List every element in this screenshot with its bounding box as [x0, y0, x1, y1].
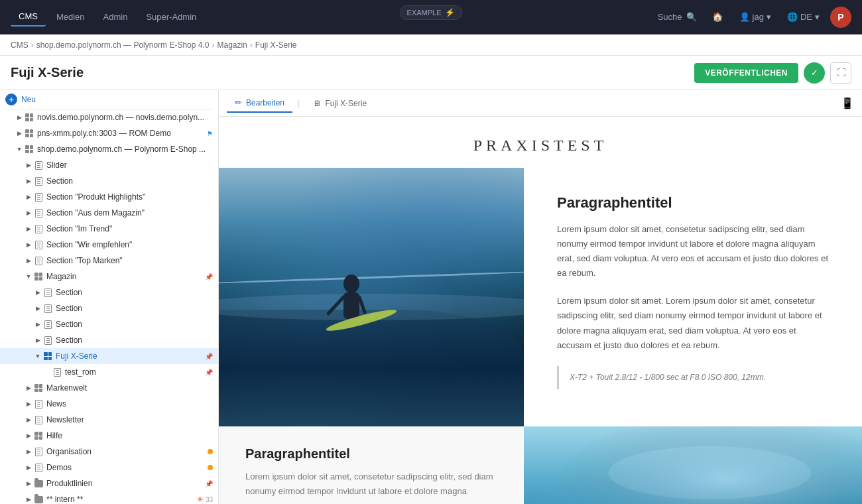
pin-icon-test-rom: 📌 [205, 369, 213, 376]
section1-label: Section [46, 176, 213, 186]
multi-icon-magazin [33, 271, 44, 282]
check-button[interactable]: ✓ [804, 62, 825, 84]
doc-icon-test-rom [52, 367, 62, 377]
home-button[interactable]: 🏠 [708, 7, 729, 28]
nav-tab-super-admin[interactable]: Super-Admin [138, 8, 204, 26]
expand-arrow-section-a: ▶ [33, 288, 42, 297]
sidebar-item-organisation[interactable]: ▶ Organisation [0, 444, 218, 460]
nav-tab-cms[interactable]: CMS [11, 7, 46, 27]
preview-main-title: PRAXISTEST [219, 117, 862, 168]
sidebar-item-magazin-section[interactable]: ▶ Section "Aus dem Magazin" [0, 205, 218, 221]
sidebar-item-magazin[interactable]: ▼ Magazin 📌 [0, 269, 218, 284]
sidebar-item-novis[interactable]: ▶ novis.demo.polynorm.ch — novis.demo.po… [0, 109, 218, 125]
section-a-label: Section [56, 288, 213, 297]
expand-arrow-shop: ▼ [15, 145, 24, 154]
flag-icon: ⚑ [207, 130, 213, 137]
example-label: EXAMPLE [407, 9, 442, 17]
avatar[interactable]: P [830, 7, 851, 28]
expand-arrow-section-b: ▶ [33, 304, 42, 313]
preview-section-1: Paragraphentitel Lorem ipsum dolor sit a… [219, 168, 862, 426]
site-icon-novis [24, 112, 34, 123]
sidebar-item-top-marken[interactable]: ▶ Section "Top Marken" [0, 253, 218, 269]
breadcrumb: CMS › shop.demo.polynorm.ch — Polynorm E… [0, 34, 862, 56]
intern-badge: 👁 33 [197, 496, 213, 503]
content-area: ✏ Bearbeiten | 🖥 Fuji X-Serie 📱 PRAXISTE… [219, 90, 862, 504]
expand-icon: ⛶ [837, 68, 845, 78]
nav-right-actions: Suche 🔍 🏠 👤 jag ▾ 🌐 DE ▾ P [652, 7, 851, 28]
doc-icon-newsletter [33, 414, 44, 425]
sidebar-item-pns[interactable]: ▶ pns-xmm.poly.ch:3003 — ROM Demo ⚑ [0, 125, 218, 141]
wir-label: Section "Wir empfehlen" [46, 240, 213, 249]
svg-point-7 [609, 446, 812, 499]
section-d-label: Section [56, 336, 213, 345]
doc-icon-demos [33, 462, 44, 473]
breadcrumb-sep-3: › [250, 40, 253, 50]
search-button[interactable]: Suche 🔍 [652, 9, 702, 25]
breadcrumb-shop[interactable]: shop.demo.polynorm.ch — Polynorm E-Shop … [36, 40, 210, 50]
sidebar-item-demos[interactable]: ▶ Demos [0, 460, 218, 475]
sidebar-item-slider[interactable]: ▶ Slider [0, 157, 218, 173]
preview-section-2: Paragraphentitel Lorem ipsum dolor sit a… [219, 426, 862, 504]
breadcrumb-magazin[interactable]: Magazin [217, 40, 247, 50]
edit-tab-label: Bearbeiten [246, 98, 284, 107]
magazin-badge: 📌 [205, 273, 213, 281]
svg-rect-2 [343, 292, 359, 319]
user-menu[interactable]: 👤 jag ▾ [734, 9, 776, 25]
mobile-icon: 📱 [841, 97, 854, 109]
sidebar-item-section1[interactable]: ▶ Section [0, 173, 218, 189]
sidebar-item-trend[interactable]: ▶ Section "Im Trend" [0, 221, 218, 237]
expand-arrow-news: ▶ [24, 399, 33, 409]
example-badge: EXAMPLE ⚡ [400, 5, 463, 20]
search-icon: 🔍 [686, 12, 697, 22]
test-rom-label: test_rom [65, 367, 205, 377]
sidebar-item-section-b[interactable]: ▶ Section [0, 300, 218, 316]
expand-arrow-produkt: ▶ [24, 192, 33, 202]
sidebar-item-section-c[interactable]: ▶ Section [0, 316, 218, 332]
multi-icon-hilfe [33, 430, 44, 441]
sidebar-item-section-d[interactable]: ▶ Section [0, 332, 218, 348]
expand-arrow-hilfe: ▶ [24, 431, 33, 440]
publish-button[interactable]: VERÖFFENTLICHEN [694, 63, 798, 83]
section-icon-d [42, 335, 53, 346]
magazin-label: Magazin [46, 272, 205, 281]
section-icon-a [42, 287, 53, 298]
warning-dot-demos [208, 465, 213, 470]
sidebar-item-test-rom[interactable]: ▶ test_rom 📌 [0, 364, 218, 380]
breadcrumb-cms[interactable]: CMS [11, 40, 29, 50]
tab-bearbeiten[interactable]: ✏ Bearbeiten [227, 94, 292, 113]
section-icon-magazin [33, 208, 44, 218]
lang-label: DE [800, 12, 812, 22]
pns-label: pns-xmm.poly.ch:3003 — ROM Demo [37, 129, 207, 138]
intern-label: ** intern ** [46, 495, 197, 504]
sidebar-item-markenwelt[interactable]: ▶ Markenwelt [0, 380, 218, 396]
nav-tab-medien[interactable]: Medien [48, 8, 93, 26]
expand-arrow-section1: ▶ [24, 176, 33, 186]
sidebar-item-produktlinien[interactable]: ▶ Produktlinien 📌 [0, 475, 218, 491]
expand-button[interactable]: ⛶ [830, 62, 851, 84]
mobile-view-button[interactable]: 📱 [841, 97, 854, 109]
folder-icon-produktlinien [33, 478, 44, 489]
lang-chevron-icon: ▾ [815, 12, 820, 22]
sidebar-item-news[interactable]: ▶ News [0, 396, 218, 412]
site-icon-shop [24, 144, 34, 155]
nav-tab-admin[interactable]: Admin [95, 8, 136, 26]
language-menu[interactable]: 🌐 DE ▾ [782, 9, 825, 25]
user-label: jag [753, 12, 764, 22]
new-button[interactable]: + Neu [0, 90, 218, 109]
new-label: Neu [21, 95, 36, 104]
section-icon-slider [33, 160, 44, 170]
expand-arrow-intern: ▶ [24, 495, 33, 504]
tab-preview[interactable]: 🖥 Fuji X-Serie [305, 95, 375, 112]
demos-badge [208, 465, 213, 470]
sidebar-item-fuji[interactable]: ▼ Fuji X-Serie 📌 [0, 348, 218, 364]
sidebar-item-hilfe[interactable]: ▶ Hilfe [0, 428, 218, 444]
sidebar-item-produkt[interactable]: ▶ Section "Produkt Highlights" [0, 189, 218, 205]
sidebar-item-shop[interactable]: ▼ shop.demo.polynorm.ch — Polynorm E-Sho… [0, 141, 218, 157]
section-icon-wir [33, 239, 44, 250]
sidebar-item-newsletter[interactable]: ▶ Newsletter [0, 412, 218, 428]
monitor-icon: 🖥 [313, 99, 321, 108]
sidebar-item-section-a[interactable]: ▶ Section [0, 284, 218, 300]
sidebar-item-wir[interactable]: ▶ Section "Wir empfehlen" [0, 237, 218, 253]
page-header: Fuji X-Serie VERÖFFENTLICHEN ✓ ⛶ [0, 56, 862, 90]
sidebar-item-intern[interactable]: ▶ ** intern ** 👁 33 [0, 491, 218, 504]
